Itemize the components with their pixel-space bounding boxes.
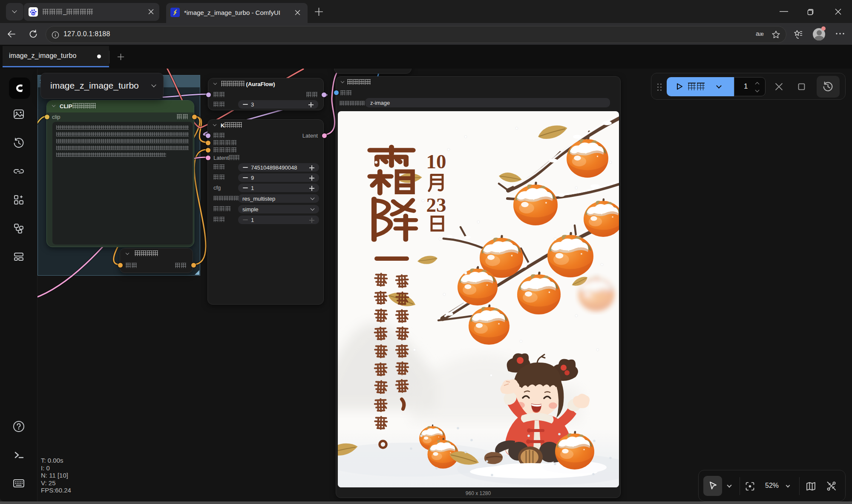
svg-text:23: 23: [426, 194, 446, 216]
svg-text:du: du: [32, 12, 35, 15]
svg-text:10: 10: [426, 150, 446, 173]
